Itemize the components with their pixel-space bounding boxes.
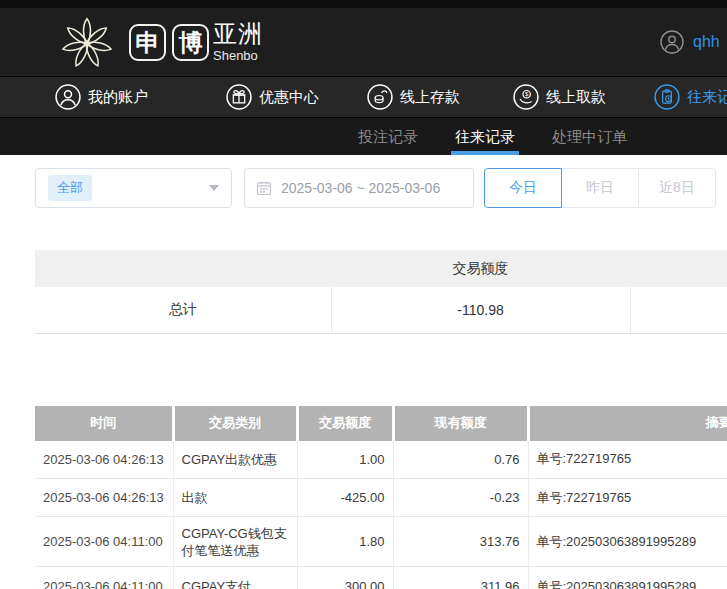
cell-time: 2025-03-06 04:11:00 <box>35 517 173 567</box>
nav-item-deposit[interactable]: 线上存款 <box>367 84 460 110</box>
summary-total-row: 总计 -110.98 <box>35 287 727 333</box>
col-header-type: 交易类别 <box>173 406 297 441</box>
table-row: 2025-03-06 04:26:13 CGPAY出款优惠 1.00 0.76 … <box>35 441 727 479</box>
summary-empty-cell <box>630 287 727 333</box>
filter-row: 全部 2025-03-06 ~ 2025-03-06 今日 昨日 近8日 <box>35 168 727 208</box>
nav-label: 线上取款 <box>546 88 606 107</box>
cell-balance: 311.96 <box>393 567 528 589</box>
nav-item-my-account[interactable]: 我的账户 <box>55 84 148 110</box>
cell-summary: 单号:722719765 <box>528 479 727 517</box>
category-select[interactable]: 全部 <box>35 168 232 208</box>
date-range-input[interactable]: 2025-03-06 ~ 2025-03-06 <box>244 168 474 208</box>
summary-header-amount: 交易额度 <box>331 250 630 287</box>
date-range-value: 2025-03-06 ~ 2025-03-06 <box>281 180 440 196</box>
cell-type: CGPAY出款优惠 <box>173 441 297 479</box>
logo-region-text: 亚洲 <box>213 22 263 46</box>
nav-label: 往来记录 <box>687 88 727 107</box>
top-strip <box>0 0 727 8</box>
cell-summary: 单号:202503063891995289 <box>528 517 727 567</box>
site-header: 申 博 亚洲 Shenbo qhh <box>0 8 727 76</box>
username[interactable]: qhh <box>693 33 720 51</box>
cell-amount: 1.00 <box>297 441 393 479</box>
cell-time: 2025-03-06 04:26:13 <box>35 479 173 517</box>
records-icon <box>654 84 680 110</box>
gift-icon <box>226 84 252 110</box>
col-header-summary: 摘要 <box>528 406 727 441</box>
transactions-header-row: 时间 交易类别 交易额度 现有额度 摘要 <box>35 406 727 441</box>
cell-type: CGPAY支付 <box>173 567 297 589</box>
summary-header-row: 交易额度 <box>35 250 727 287</box>
cell-amount: -425.00 <box>297 479 393 517</box>
summary-total-label: 总计 <box>35 287 331 333</box>
today-button[interactable]: 今日 <box>484 168 562 208</box>
cell-time: 2025-03-06 04:26:13 <box>35 441 173 479</box>
tab-betting-records[interactable]: 投注记录 <box>358 118 418 155</box>
active-tab-underline <box>451 151 519 155</box>
cell-balance: -0.23 <box>393 479 528 517</box>
logo-latin-text: Shenbo <box>213 48 263 63</box>
cell-time: 2025-03-06 04:11:00 <box>35 567 173 589</box>
table-row: 2025-03-06 04:11:00 CGPAY支付 300.00 311.9… <box>35 567 727 589</box>
summary-total-value: -110.98 <box>331 287 630 333</box>
svg-text:$: $ <box>525 91 529 97</box>
summary-header-empty <box>630 250 727 287</box>
tab-pending-orders[interactable]: 处理中订单 <box>552 118 627 155</box>
summary-table: 交易额度 总计 -110.98 <box>35 250 727 334</box>
logo-char-box: 申 <box>129 24 166 61</box>
logo-char-box: 博 <box>172 24 209 61</box>
nav-label: 我的账户 <box>88 88 148 107</box>
yesterday-button[interactable]: 昨日 <box>561 168 639 208</box>
col-header-balance: 现有额度 <box>393 406 528 441</box>
cell-balance: 0.76 <box>393 441 528 479</box>
quick-date-buttons: 今日 昨日 近8日 <box>484 168 716 208</box>
cell-type: CGPAY-CG钱包支付笔笔送优惠 <box>173 517 297 567</box>
cell-summary: 单号:722719765 <box>528 441 727 479</box>
nav-label: 优惠中心 <box>259 88 319 107</box>
tab-label: 往来记录 <box>455 128 515 145</box>
table-row: 2025-03-06 04:11:00 CGPAY-CG钱包支付笔笔送优惠 1.… <box>35 517 727 567</box>
user-icon <box>55 84 81 110</box>
last-8-days-button[interactable]: 近8日 <box>638 168 716 208</box>
user-account[interactable]: qhh <box>660 30 720 54</box>
col-header-time: 时间 <box>35 406 173 441</box>
nav-item-promotions[interactable]: 优惠中心 <box>226 84 319 110</box>
withdraw-icon: $ <box>513 84 539 110</box>
nav-label: 线上存款 <box>400 88 460 107</box>
chevron-down-icon <box>209 185 219 191</box>
page: 申 博 亚洲 Shenbo qhh 我的账户 <box>0 0 727 589</box>
tab-label: 投注记录 <box>358 128 418 145</box>
cell-amount: 1.80 <box>297 517 393 567</box>
deposit-icon <box>367 84 393 110</box>
flower-logo-icon <box>55 11 119 73</box>
main-nav: 我的账户 优惠中心 线上存款 $ <box>0 76 727 117</box>
cell-amount: 300.00 <box>297 567 393 589</box>
summary-header-empty <box>35 250 331 287</box>
brand-logo[interactable]: 申 博 亚洲 Shenbo <box>55 11 263 73</box>
transactions-table: 时间 交易类别 交易额度 现有额度 摘要 2025-03-06 04:26:13… <box>35 406 727 589</box>
cell-type: 出款 <box>173 479 297 517</box>
sub-nav: 投注记录 往来记录 处理中订单 <box>0 117 727 155</box>
tab-transaction-records[interactable]: 往来记录 <box>455 118 515 155</box>
tab-label: 处理中订单 <box>552 128 627 145</box>
nav-item-transactions[interactable]: 往来记录 <box>654 84 727 110</box>
nav-item-withdraw[interactable]: $ 线上取款 <box>513 84 606 110</box>
cell-balance: 313.76 <box>393 517 528 567</box>
category-selected-chip[interactable]: 全部 <box>48 175 92 201</box>
calendar-icon <box>256 180 272 196</box>
user-avatar-icon <box>660 30 684 54</box>
col-header-amount: 交易额度 <box>297 406 393 441</box>
table-row: 2025-03-06 04:26:13 出款 -425.00 -0.23 单号:… <box>35 479 727 517</box>
cell-summary: 单号:202503063891995289 <box>528 567 727 589</box>
